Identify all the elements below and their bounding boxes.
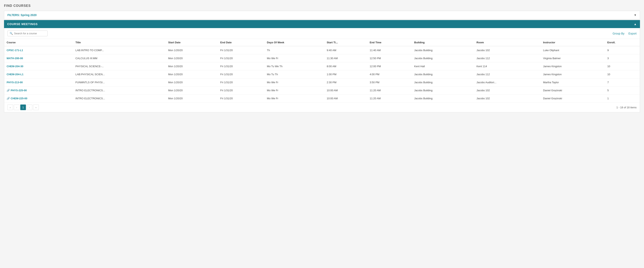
cell-building: Jacobs Building xyxy=(412,86,474,94)
table-row: 🔗PHYS-225-00INTRO ELECTRONICS...Mon 1/20… xyxy=(4,86,640,94)
cell-room: Jacobs 102 xyxy=(474,94,541,102)
cell-room: Jacobs 112 xyxy=(474,70,541,78)
search-box[interactable]: 🔍 xyxy=(8,30,48,36)
table-row: 🔗CHEM-225-00INTRO ELECTRONICS...Mon 1/20… xyxy=(4,94,640,102)
cell-days: Th xyxy=(264,46,324,54)
last-page-button[interactable]: » xyxy=(33,104,39,110)
cell-days: Mo We Fr xyxy=(264,86,324,94)
cell-end_date: Fri 1/31/20 xyxy=(218,46,264,54)
cell-title: INTRO ELECTRONICS... xyxy=(73,94,166,102)
cell-enroll: 10 xyxy=(605,70,640,78)
cell-room: Jacobs 112 xyxy=(474,54,541,62)
table-row: PHYS-213-00FUNMNTLS OF PHYSI...Mon 1/20/… xyxy=(4,78,640,86)
cell-start_time: 9:40 AM xyxy=(324,46,367,54)
cell-room: Jacobs Auditori... xyxy=(474,78,541,86)
cell-start_date: Mon 1/20/20 xyxy=(166,78,218,86)
pagination: « ‹ 1 › » 1 - 18 of 18 items xyxy=(4,102,640,112)
cell-end_time: 12:00 PM xyxy=(367,62,412,70)
cell-start_time: 10:00 AM xyxy=(324,94,367,102)
search-icon: 🔍 xyxy=(10,32,13,35)
col-header-enroll-: Enroll. xyxy=(605,39,640,46)
pagination-info: 1 - 18 of 18 items xyxy=(616,106,636,109)
course-code-link[interactable]: PHYS-213-00 xyxy=(6,81,23,84)
table-header: CourseTitleStart DateEnd DateDays Of Wee… xyxy=(4,39,640,46)
cell-end_date: Fri 1/31/20 xyxy=(218,54,264,62)
filters-label: FILTERS: Spring 2020 xyxy=(8,13,36,17)
cell-building: Kent Hall xyxy=(412,62,474,70)
cell-course[interactable]: 🔗CHEM-225-00 xyxy=(4,94,73,102)
cell-enroll: 10 xyxy=(605,62,640,70)
next-page-button[interactable]: › xyxy=(27,104,32,110)
export-button[interactable]: Export xyxy=(628,32,636,35)
cell-start_time: 8:00 AM xyxy=(324,62,367,70)
table-body: CPSC-171-L1LAB:INTRO TO COMP...Mon 1/20/… xyxy=(4,46,640,102)
col-header-building: Building xyxy=(412,39,474,46)
table-header-row: CourseTitleStart DateEnd DateDays Of Wee… xyxy=(4,39,640,46)
section-chevron-icon: ▲ xyxy=(634,22,637,26)
cell-instructor: Martha Taylor xyxy=(540,78,605,86)
course-code-link[interactable]: CHEM-204-30 xyxy=(6,65,23,68)
cell-course[interactable]: 🔗PHYS-225-00 xyxy=(4,86,73,94)
cell-end_date: Fri 1/31/20 xyxy=(218,78,264,86)
course-meetings-panel: 🔍 Group By Export CourseTitleStart DateE… xyxy=(4,28,640,112)
cell-instructor: James Kingston xyxy=(540,62,605,70)
toolbar-actions: Group By Export xyxy=(612,32,636,35)
pagination-controls: « ‹ 1 › » xyxy=(8,104,39,110)
section-title: COURSE MEETINGS xyxy=(7,22,38,26)
col-header-start-ti---: Start Ti... xyxy=(324,39,367,46)
search-input[interactable] xyxy=(14,32,45,35)
cell-enroll: 9 xyxy=(605,46,640,54)
group-by-button[interactable]: Group By xyxy=(612,32,624,35)
cell-room: Jacobs 102 xyxy=(474,86,541,94)
prev-page-button[interactable]: ‹ xyxy=(14,104,20,110)
first-page-button[interactable]: « xyxy=(8,104,13,110)
cell-course[interactable]: PHYS-213-00 xyxy=(4,78,73,86)
cell-course[interactable]: MATH-200-00 xyxy=(4,54,73,62)
cell-title: FUNMNTLS OF PHYSI... xyxy=(73,78,166,86)
cell-course[interactable]: CHEM-204-30 xyxy=(4,62,73,70)
cell-start_date: Mon 1/20/20 xyxy=(166,70,218,78)
filters-chevron-icon: ▼ xyxy=(634,13,636,17)
table-scroll-container: CourseTitleStart DateEnd DateDays Of Wee… xyxy=(4,39,640,102)
cell-start_time: 11:30 AM xyxy=(324,54,367,62)
cell-start_time: 10:00 AM xyxy=(324,86,367,94)
cell-end_date: Fri 1/31/20 xyxy=(218,70,264,78)
course-code-link[interactable]: CHEM-204-L1 xyxy=(6,73,24,76)
col-header-instructor: Instructor xyxy=(540,39,605,46)
cell-start_date: Mon 1/20/20 xyxy=(166,46,218,54)
course-code-link[interactable]: CPSC-171-L1 xyxy=(6,49,23,52)
cell-course[interactable]: CHEM-204-L1 xyxy=(4,70,73,78)
cell-end_time: 3:50 PM xyxy=(367,78,412,86)
course-code-link[interactable]: MATH-200-00 xyxy=(6,57,23,60)
cell-start_date: Mon 1/20/20 xyxy=(166,94,218,102)
col-header-start-date: Start Date xyxy=(166,39,218,46)
cell-end_time: 11:20 AM xyxy=(367,86,412,94)
table-row: CHEM-204-30PHYSICAL SCIENCE-...Mon 1/20/… xyxy=(4,62,640,70)
cell-room: Kent 114 xyxy=(474,62,541,70)
cell-end_date: Fri 1/31/20 xyxy=(218,94,264,102)
table-row: MATH-200-00CALCULUS III:MMMon 1/20/20Fri… xyxy=(4,54,640,62)
cell-enroll: 5 xyxy=(605,86,640,94)
cell-title: INTRO ELECTRONICS... xyxy=(73,86,166,94)
col-header-days-of-week: Days Of Week xyxy=(264,39,324,46)
cell-end_time: 12:50 PM xyxy=(367,54,412,62)
cell-start_time: 1:00 PM xyxy=(324,70,367,78)
section-header[interactable]: COURSE MEETINGS ▲ xyxy=(4,20,640,28)
cell-building: Jacobs Building xyxy=(412,46,474,54)
cell-enroll: 7 xyxy=(605,78,640,86)
filters-bar[interactable]: FILTERS: Spring 2020 ▼ xyxy=(4,11,640,19)
cell-building: Jacobs Building xyxy=(412,70,474,78)
cell-course[interactable]: CPSC-171-L1 xyxy=(4,46,73,54)
link-icon: 🔗 xyxy=(6,97,10,100)
course-code-link[interactable]: PHYS-225-00 xyxy=(11,89,27,92)
cell-instructor: Daniel Grazinski xyxy=(540,86,605,94)
cell-days: Mo We Fr xyxy=(264,78,324,86)
cell-title: LAB:INTRO TO COMP... xyxy=(73,46,166,54)
course-code-link[interactable]: CHEM-225-00 xyxy=(11,97,27,100)
cell-days: Mo Tu We Th xyxy=(264,62,324,70)
link-icon: 🔗 xyxy=(6,89,10,92)
cell-days: Mo Tu Th xyxy=(264,70,324,78)
cell-instructor: Luke Oliphant xyxy=(540,46,605,54)
page-1-button[interactable]: 1 xyxy=(20,104,26,110)
col-header-course: Course xyxy=(4,39,73,46)
